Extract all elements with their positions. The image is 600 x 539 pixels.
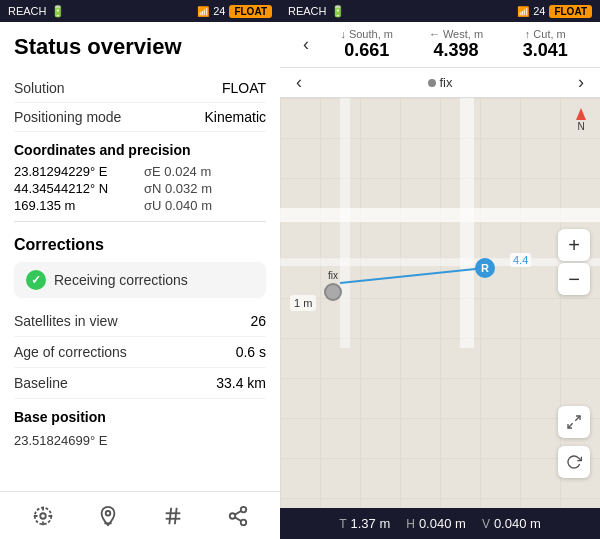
satellites-value: 26 bbox=[250, 313, 266, 329]
coord-lon: 44.34544212° N bbox=[14, 181, 136, 196]
h-value: 0.040 m bbox=[419, 516, 466, 531]
float-badge: FLOAT bbox=[229, 5, 272, 18]
solution-value: FLOAT bbox=[222, 80, 266, 96]
baseline-row: Baseline 33.4 km bbox=[14, 368, 266, 399]
t-label: T bbox=[339, 517, 346, 531]
cut-col: ↑ Cut, m 3.041 bbox=[515, 28, 575, 61]
page-title: Status overview bbox=[14, 34, 266, 60]
west-arrow-icon: ← bbox=[429, 28, 440, 40]
right-float-badge: FLOAT bbox=[549, 5, 592, 18]
west-label: West, m bbox=[443, 28, 483, 40]
svg-point-2 bbox=[105, 510, 110, 515]
fix-marker-label: fix bbox=[328, 270, 338, 281]
age-value: 0.6 s bbox=[236, 344, 266, 360]
age-row: Age of corrections 0.6 s bbox=[14, 337, 266, 368]
baseline-value: 33.4 km bbox=[216, 375, 266, 391]
zoom-controls: + − bbox=[558, 229, 590, 295]
north-indicator: N bbox=[576, 108, 586, 132]
r-label: R bbox=[481, 262, 489, 274]
map-area[interactable]: 1 m N fix R 4.4 + − bbox=[280, 98, 600, 508]
positioning-value: Kinematic bbox=[205, 109, 266, 125]
south-col: ↓ South, m 0.661 bbox=[337, 28, 397, 61]
svg-point-8 bbox=[229, 513, 235, 519]
status-bar-left: REACH 🔋 📶 24 FLOAT bbox=[0, 0, 280, 22]
share-button[interactable] bbox=[218, 496, 258, 536]
battery-icon: 🔋 bbox=[51, 5, 65, 18]
coords-grid: 23.81294229° E σE 0.024 m 44.34544212° N… bbox=[14, 164, 266, 213]
expand-button[interactable] bbox=[558, 406, 590, 438]
cut-value: 3.041 bbox=[523, 40, 568, 61]
svg-point-9 bbox=[240, 519, 246, 525]
south-arrow-icon: ↓ bbox=[340, 28, 346, 40]
right-app-name: REACH bbox=[288, 5, 327, 17]
right-signal-count: 24 bbox=[533, 5, 545, 17]
satellites-label: Satellites in view bbox=[14, 313, 118, 329]
status-bar-left-content: REACH 🔋 bbox=[8, 5, 65, 18]
signal-count: 24 bbox=[213, 5, 225, 17]
fix-dot-icon bbox=[428, 79, 436, 87]
coords-header: ‹ ↓ South, m 0.661 ← West, m 4.398 ↑ Cu bbox=[280, 22, 600, 68]
v-stat-chip: V 0.040 m bbox=[482, 516, 541, 531]
cut-arrow-icon: ↑ bbox=[525, 28, 531, 40]
waypoint-button[interactable] bbox=[88, 496, 128, 536]
right-status-left: REACH 🔋 bbox=[288, 5, 345, 18]
satellites-row: Satellites in view 26 bbox=[14, 306, 266, 337]
receiving-badge: ✓ Receiving corrections bbox=[14, 262, 266, 298]
scale-label: 1 m bbox=[290, 295, 316, 311]
age-label: Age of corrections bbox=[14, 344, 127, 360]
distance-label: 4.4 bbox=[510, 253, 531, 267]
zoom-in-button[interactable]: + bbox=[558, 229, 590, 261]
refresh-button[interactable] bbox=[558, 446, 590, 478]
svg-line-18 bbox=[568, 423, 573, 428]
h-stat-chip: H 0.040 m bbox=[406, 516, 466, 531]
sigma-n: σN 0.032 m bbox=[144, 181, 266, 196]
svg-point-0 bbox=[40, 513, 46, 519]
svg-line-10 bbox=[234, 517, 240, 521]
solution-row: Solution FLOAT bbox=[14, 74, 266, 103]
svg-line-11 bbox=[234, 510, 240, 514]
content-area: Status overview Solution FLOAT Positioni… bbox=[0, 22, 280, 491]
nav-row: ‹ fix › bbox=[280, 68, 600, 98]
right-signal-icon: 📶 bbox=[517, 6, 529, 17]
west-value: 4.398 bbox=[433, 40, 478, 61]
hash-button[interactable] bbox=[153, 496, 193, 536]
west-header: ← West, m bbox=[429, 28, 483, 40]
bottom-stats-bar: T 1.37 m H 0.040 m V 0.040 m bbox=[280, 508, 600, 539]
positioning-label: Positioning mode bbox=[14, 109, 121, 125]
bottom-toolbar bbox=[0, 491, 280, 539]
fix-label: fix bbox=[440, 75, 453, 90]
right-panel: REACH 🔋 📶 24 FLOAT ‹ ↓ South, m 0.661 ← … bbox=[280, 0, 600, 539]
next-arrow[interactable]: › bbox=[578, 72, 584, 93]
west-col: ← West, m 4.398 bbox=[426, 28, 486, 61]
north-label: N bbox=[577, 121, 584, 132]
divider-1 bbox=[14, 221, 266, 222]
fix-marker: fix bbox=[324, 270, 342, 301]
fix-indicator: fix bbox=[428, 75, 453, 90]
corrections-section-title: Corrections bbox=[14, 236, 266, 254]
checkmark-icon: ✓ bbox=[31, 273, 41, 287]
right-status-bar: REACH 🔋 📶 24 FLOAT bbox=[280, 0, 600, 22]
fix-circle-icon bbox=[324, 283, 342, 301]
v-label: V bbox=[482, 517, 490, 531]
receiving-label: Receiving corrections bbox=[54, 272, 188, 288]
svg-point-7 bbox=[240, 506, 246, 512]
sigma-u: σU 0.040 m bbox=[144, 198, 266, 213]
svg-line-6 bbox=[174, 507, 176, 524]
locate-button[interactable] bbox=[23, 496, 63, 536]
cut-header: ↑ Cut, m bbox=[525, 28, 566, 40]
left-panel: REACH 🔋 📶 24 FLOAT Status overview Solut… bbox=[0, 0, 280, 539]
back-button[interactable]: ‹ bbox=[290, 29, 322, 61]
svg-line-5 bbox=[169, 507, 171, 524]
cut-label: Cut, m bbox=[533, 28, 565, 40]
south-value: 0.661 bbox=[344, 40, 389, 61]
t-stat-chip: T 1.37 m bbox=[339, 516, 390, 531]
right-status-right: 📶 24 FLOAT bbox=[517, 5, 592, 18]
prev-arrow[interactable]: ‹ bbox=[296, 72, 302, 93]
south-label: South, m bbox=[349, 28, 393, 40]
h-label: H bbox=[406, 517, 415, 531]
baseline-label: Baseline bbox=[14, 375, 68, 391]
sigma-e: σE 0.024 m bbox=[144, 164, 266, 179]
green-check-circle: ✓ bbox=[26, 270, 46, 290]
zoom-out-button[interactable]: − bbox=[558, 263, 590, 295]
app-name: REACH bbox=[8, 5, 47, 17]
